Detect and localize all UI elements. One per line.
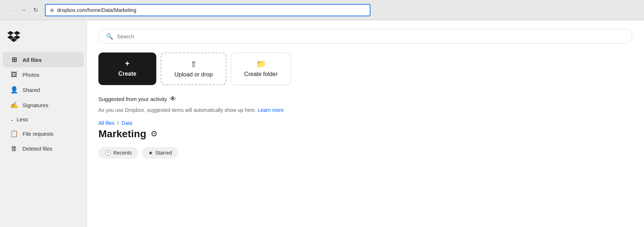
search-icon: 🔍 — [106, 33, 113, 40]
create-folder-label: Create folder — [244, 71, 278, 77]
sidebar-item-file-requests[interactable]: 📋 File requests — [3, 126, 84, 141]
breadcrumb: All files / Data — [98, 120, 632, 126]
folder-name: Marketing — [98, 128, 146, 140]
sidebar-item-label: Signatures — [22, 102, 48, 108]
deleted-files-icon: 🗑 — [10, 145, 18, 152]
nav-buttons: ← → ↻ — [6, 5, 41, 15]
folder-title-row: Marketing ⚙ — [98, 128, 632, 140]
forward-button[interactable]: → — [18, 5, 28, 15]
dropbox-logo-icon — [7, 29, 20, 42]
settings-icon[interactable]: ⚙ — [151, 129, 158, 139]
action-buttons: + Create ⇧ Upload or drop 📁 Create folde… — [98, 52, 632, 85]
recents-icon: 🕐 — [105, 150, 111, 156]
sidebar-item-deleted-files[interactable]: 🗑 Deleted files — [3, 141, 84, 156]
upload-button[interactable]: ⇧ Upload or drop — [161, 52, 226, 85]
sidebar: ⊞ All files 🖼 Photos 👤 Shared ✍ Signatur… — [0, 20, 87, 227]
sidebar-logo — [0, 26, 86, 52]
sidebar-item-photos[interactable]: 🖼 Photos — [3, 67, 84, 82]
less-label: Less — [17, 116, 28, 122]
address-bar-input[interactable] — [57, 7, 365, 13]
learn-more-link[interactable]: Learn more — [258, 107, 284, 113]
star-icon: ★ — [148, 150, 153, 156]
sidebar-item-label: File requests — [22, 131, 54, 137]
shared-icon: 👤 — [10, 86, 18, 94]
sidebar-item-label: Photos — [22, 72, 39, 78]
breadcrumb-separator: / — [117, 120, 120, 126]
app-layout: ⊞ All files 🖼 Photos 👤 Shared ✍ Signatur… — [0, 20, 644, 227]
sidebar-item-label: All files — [22, 57, 42, 63]
sidebar-item-label: Deleted files — [22, 146, 52, 152]
suggested-header: Suggested from your activity 👁 — [98, 95, 632, 103]
search-bar[interactable]: 🔍 — [98, 29, 632, 44]
browser-chrome: ← → ↻ ⊕ — [0, 0, 644, 20]
sidebar-less-button[interactable]: ⌄ Less — [3, 113, 84, 126]
suggested-heading: Suggested from your activity — [98, 96, 167, 102]
breadcrumb-all-files[interactable]: All files — [98, 120, 114, 126]
eye-icon: 👁 — [170, 95, 176, 103]
chevron-down-icon: ⌄ — [10, 117, 14, 122]
suggested-text: As you use Dropbox, suggested items will… — [98, 107, 632, 113]
back-button[interactable]: ← — [6, 5, 16, 15]
upload-label: Upload or drop — [174, 71, 213, 78]
signatures-icon: ✍ — [10, 101, 18, 109]
create-label: Create — [118, 71, 136, 77]
create-folder-button[interactable]: 📁 Create folder — [231, 52, 291, 85]
sidebar-item-all-files[interactable]: ⊞ All files — [3, 52, 84, 67]
file-requests-icon: 📋 — [10, 130, 18, 138]
reload-button[interactable]: ↻ — [30, 5, 41, 15]
all-files-icon: ⊞ — [10, 56, 18, 64]
sidebar-item-signatures[interactable]: ✍ Signatures — [3, 97, 84, 113]
main-content: 🔍 + Create ⇧ Upload or drop 📁 Create fol… — [87, 20, 644, 227]
upload-icon: ⇧ — [190, 60, 197, 69]
address-bar-container[interactable]: ⊕ — [45, 4, 370, 16]
sidebar-item-shared[interactable]: 👤 Shared — [3, 82, 84, 97]
plus-icon: + — [125, 59, 130, 68]
folder-plus-icon: 📁 — [256, 59, 266, 69]
create-button[interactable]: + Create — [98, 52, 156, 85]
breadcrumb-data[interactable]: Data — [122, 120, 132, 126]
site-icon: ⊕ — [50, 7, 54, 13]
search-input[interactable] — [117, 33, 625, 39]
starred-label: Starred — [155, 150, 172, 156]
photos-icon: 🖼 — [10, 71, 18, 79]
sidebar-item-label: Shared — [22, 87, 40, 93]
tab-starred[interactable]: ★ Starred — [142, 147, 178, 159]
tab-recents[interactable]: 🕐 Recents — [98, 147, 138, 159]
recents-label: Recents — [113, 150, 132, 156]
tabs-row: 🕐 Recents ★ Starred — [98, 147, 632, 159]
